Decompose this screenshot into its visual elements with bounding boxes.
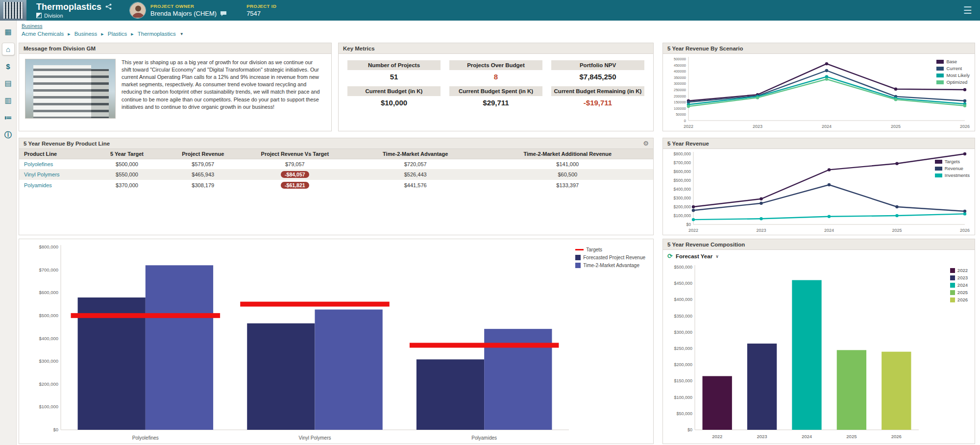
composition-legend: 20222023202420252026: [950, 268, 968, 302]
breadcrumb-separator-icon: ▶: [68, 32, 70, 36]
metric-label: Current Budget (in K): [347, 86, 441, 96]
title-block: Thermoplastics Division: [36, 2, 112, 19]
table-column-header: Product Line: [19, 149, 89, 159]
panel-header: Key Metrics: [339, 43, 653, 54]
product-link[interactable]: Polyolefines: [24, 161, 53, 167]
metric: Number of Projects51: [347, 60, 441, 84]
breadcrumb: Acme Chemicals▶Business▶Plastics▶Thermop…: [22, 31, 184, 37]
legend-item-forecasted-project-revenue: Forecasted Project Revenue: [575, 255, 645, 260]
share-icon[interactable]: [105, 3, 112, 10]
legend-swatch: [935, 173, 942, 177]
table-cell: $526,443: [349, 169, 482, 180]
breadcrumb-separator-icon: ▶: [131, 32, 133, 36]
legend-label: Targets: [945, 159, 960, 164]
table-cell: $370,000: [89, 180, 165, 191]
svg-text:450000: 450000: [674, 63, 686, 68]
svg-text:2026: 2026: [960, 228, 970, 233]
documents-icon[interactable]: ▤: [2, 77, 15, 90]
forecast-year-control: ⟳ Forecast Year ∨: [663, 250, 975, 260]
product-line-table: Product Line5 Year TargetProject Revenue…: [19, 149, 653, 191]
gear-icon[interactable]: ⚙: [643, 140, 649, 147]
business-link[interactable]: Business: [22, 23, 43, 29]
legend-item-current: Current: [936, 66, 970, 71]
analytics-icon[interactable]: ▥: [2, 94, 15, 107]
project-id-value: 7547: [246, 10, 276, 17]
table-cell: $550,000: [89, 169, 165, 180]
svg-text:$300,000: $300,000: [674, 196, 691, 200]
breadcrumb-item-acme-chemicals[interactable]: Acme Chemicals: [22, 31, 64, 37]
legend-label: Current: [946, 66, 962, 71]
svg-text:$250,000: $250,000: [674, 346, 692, 351]
table-row: Polyamides$370,000$308,179-$61,821$441,5…: [19, 180, 653, 191]
product-link[interactable]: Vinyl Polymers: [24, 172, 60, 177]
legend-swatch: [950, 290, 955, 295]
info-icon[interactable]: ⓘ: [2, 128, 15, 141]
svg-text:$600,000: $600,000: [39, 290, 58, 295]
svg-text:150000: 150000: [674, 100, 686, 104]
svg-text:2025: 2025: [892, 228, 902, 233]
svg-text:$100,000: $100,000: [674, 213, 691, 218]
comment-icon[interactable]: [220, 11, 227, 17]
owner-avatar[interactable]: [129, 2, 146, 19]
svg-text:$500,000: $500,000: [674, 178, 691, 183]
svg-text:350000: 350000: [674, 75, 686, 80]
legend-label: Base: [946, 59, 957, 64]
svg-text:$800,000: $800,000: [39, 244, 58, 249]
table-cell: -$61,821: [241, 180, 349, 191]
legend-label: 2024: [957, 282, 968, 288]
panel-title: Key Metrics: [343, 46, 375, 51]
svg-text:2023: 2023: [757, 434, 767, 439]
svg-text:Vinyl Polymers: Vinyl Polymers: [299, 435, 331, 441]
apps-icon[interactable]: ▦: [2, 25, 15, 38]
breadcrumb-item-plastics[interactable]: Plastics: [108, 31, 127, 37]
svg-text:100000: 100000: [674, 106, 686, 111]
svg-text:2023: 2023: [753, 124, 762, 129]
table-cell: $465,943: [165, 169, 241, 180]
svg-text:$0: $0: [687, 427, 692, 432]
svg-text:$700,000: $700,000: [39, 267, 58, 272]
legend-swatch: [936, 67, 944, 71]
negative-variance-badge: -$61,821: [281, 182, 309, 189]
svg-text:$200,000: $200,000: [674, 204, 691, 209]
product-link[interactable]: Polyamides: [24, 182, 52, 188]
legend-swatch: [575, 255, 581, 260]
svg-text:$700,000: $700,000: [674, 160, 691, 165]
legend-item-revenue: Revenue: [935, 166, 970, 171]
refresh-icon[interactable]: ⟳: [667, 253, 673, 259]
metric: Current Budget Remaining (in K)-$19,711: [551, 86, 644, 110]
svg-text:2024: 2024: [802, 434, 812, 439]
menu-icon[interactable]: ☰: [963, 5, 972, 15]
metric-value: $7,845,250: [551, 70, 644, 84]
svg-text:2025: 2025: [846, 434, 857, 439]
forecast-year-dropdown[interactable]: Forecast Year: [676, 253, 712, 259]
panel-header: 5 Year Revenue Composition: [663, 239, 975, 250]
table-cell: $500,000: [89, 159, 165, 170]
chevron-down-icon[interactable]: ∨: [715, 254, 719, 259]
legend-label: 2023: [957, 275, 968, 280]
svg-text:$100,000: $100,000: [674, 395, 692, 400]
financials-icon[interactable]: $: [2, 60, 15, 73]
home-icon[interactable]: ⌂: [2, 43, 15, 55]
breadcrumb-caret-icon[interactable]: ▼: [180, 32, 184, 36]
composition-bar-chart: $0$50,000$100,000$150,000$200,000$250,00…: [663, 260, 975, 443]
svg-text:$300,000: $300,000: [39, 358, 58, 364]
panel-title: 5 Year Revenue: [667, 141, 709, 147]
portfolio-list-icon[interactable]: ≔: [2, 111, 15, 124]
panel-title: Message from Division GM: [24, 46, 96, 51]
svg-text:$0: $0: [686, 222, 691, 227]
scenario-line-chart: 0500001000001500002000002500003000003500…: [663, 54, 975, 132]
top-header: Thermoplastics Division PROJECT OWNER: [0, 0, 980, 21]
panel-header: 5 Year Revenue: [663, 138, 975, 149]
svg-text:$400,000: $400,000: [674, 187, 691, 192]
breadcrumb-item-thermoplastics[interactable]: Thermoplastics: [138, 31, 176, 37]
legend-swatch: [950, 275, 955, 280]
legend-item-2026: 2026: [950, 297, 968, 302]
company-logo: [0, 0, 26, 21]
metric-value: $10,000: [347, 96, 441, 110]
svg-text:$300,000: $300,000: [674, 330, 692, 335]
legend-label: Optimized: [946, 79, 967, 85]
svg-text:$50,000: $50,000: [676, 411, 692, 416]
svg-text:2024: 2024: [822, 124, 832, 129]
breadcrumb-item-business[interactable]: Business: [74, 31, 98, 37]
svg-text:$200,000: $200,000: [674, 362, 692, 367]
